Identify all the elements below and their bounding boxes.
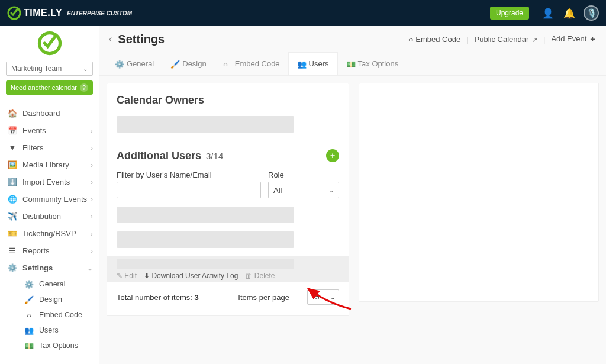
tab-design[interactable]: 🖌️Design — [162, 52, 214, 75]
calendar-selector-value: Marketing Team — [11, 65, 62, 73]
sidebar-sub-design[interactable]: 🖌️Design — [17, 292, 99, 307]
avatar[interactable]: 🎙️ — [584, 5, 599, 21]
sidebar-item-distribution[interactable]: ✈️Distribution› — [0, 208, 99, 225]
sidebar-item-label: Tax Options — [39, 342, 78, 350]
sidebar-submenu: ⚙️General 🖌️Design ‹›Embed Code 👥Users 💵… — [0, 276, 99, 353]
user-icon[interactable]: 👤 — [542, 8, 554, 19]
add-user-button[interactable]: + — [326, 149, 339, 162]
sidebar-item-label: Ticketing/RSVP — [22, 229, 76, 238]
sidebar-item-label: Embed Code — [39, 311, 82, 319]
edit-user-button[interactable]: ✎ Edit — [117, 272, 137, 280]
user-row-placeholder — [117, 207, 294, 223]
cogs-icon: ⚙️ — [25, 280, 33, 288]
sidebar-item-label: Media Library — [22, 160, 69, 169]
need-calendar-button[interactable]: Need another calendar ? — [6, 80, 93, 95]
chevron-right-icon: › — [91, 195, 93, 204]
sidebar-item-media[interactable]: 🖼️Media Library› — [0, 156, 99, 173]
sidebar-item-label: Design — [39, 295, 62, 304]
main-header: ‹ Settings ‹› Embed Code | Public Calend… — [99, 26, 606, 52]
download-icon: ⬇ — [144, 272, 150, 280]
total-items: Total number of items: 3 — [117, 293, 199, 302]
upgrade-button[interactable]: Upgrade — [490, 7, 529, 20]
plus-icon: ＋ — [589, 34, 597, 43]
chevron-right-icon: › — [91, 161, 93, 169]
sidebar-sub-users[interactable]: 👥Users — [17, 323, 99, 338]
bell-icon[interactable]: 🔔 — [563, 8, 575, 19]
need-calendar-label: Need another calendar — [11, 84, 77, 91]
sidebar-item-reports[interactable]: ☰Reports› — [0, 242, 99, 259]
tab-users[interactable]: 👥Users — [288, 52, 338, 75]
plus-icon: + — [330, 151, 335, 160]
ticket-icon: 🎫 — [8, 230, 17, 238]
chevron-right-icon: › — [91, 212, 93, 221]
user-row-placeholder — [117, 231, 294, 248]
trash-icon: 🗑 — [245, 272, 252, 280]
sidebar-item-label: Community Events — [22, 195, 87, 204]
chevron-down-icon: ⌄ — [83, 66, 88, 72]
code-icon: ‹› — [25, 311, 33, 319]
chevron-down-icon: ⌄ — [329, 187, 334, 194]
sidebar-item-settings[interactable]: ⚙️Settings⌄ — [0, 259, 99, 276]
home-icon: 🏠 — [8, 109, 17, 118]
role-select[interactable]: All ⌄ — [268, 182, 339, 198]
items-per-page-select[interactable]: 15 ⌄ — [307, 289, 339, 305]
public-calendar-link[interactable]: Public Calendar ↗ — [475, 35, 537, 44]
tab-label: General — [127, 59, 154, 68]
add-event-button[interactable]: Add Event ＋ — [551, 34, 597, 44]
filter-icon: ▼ — [8, 144, 17, 152]
calendar-selector[interactable]: Marketing Team ⌄ — [6, 62, 93, 76]
user-row-hover[interactable]: ✎ Edit ⬇ Download User Activity Log 🗑 De… — [107, 256, 349, 282]
users-icon: 👥 — [297, 60, 305, 68]
user-count: 3/14 — [206, 151, 223, 161]
sidebar-sub-tax[interactable]: 💵Tax Options — [17, 338, 99, 353]
items-per-page-value: 15 — [311, 293, 319, 301]
sidebar-item-ticketing[interactable]: 🎫Ticketing/RSVP› — [0, 225, 99, 242]
sidebar-item-dashboard[interactable]: 🏠Dashboard — [0, 105, 99, 122]
code-icon: ‹› — [223, 60, 231, 68]
sidebar-item-community[interactable]: 🌐Community Events› — [0, 191, 99, 208]
brush-icon: 🖌️ — [170, 60, 179, 68]
detail-panel — [359, 83, 599, 302]
chevron-down-icon: ⌄ — [330, 294, 335, 301]
globe-icon: 🌐 — [8, 195, 17, 204]
chevron-right-icon: › — [91, 178, 93, 186]
cogs-icon: ⚙️ — [115, 60, 123, 68]
brand-check-icon — [37, 31, 62, 56]
delete-user-button[interactable]: 🗑 Delete — [245, 272, 275, 280]
sidebar-item-events[interactable]: 📅Events› — [0, 122, 99, 139]
sidebar-logo — [0, 26, 99, 58]
sidebar-item-import[interactable]: ⬇️Import Events› — [0, 173, 99, 191]
pencil-icon: ✎ — [117, 272, 123, 280]
image-icon: 🖼️ — [8, 161, 17, 169]
calendar-icon: 📅 — [8, 127, 17, 135]
download-icon: ⬇️ — [8, 178, 17, 186]
back-button[interactable]: ‹ — [109, 34, 112, 44]
download-activity-log-button[interactable]: ⬇ Download User Activity Log — [144, 272, 238, 280]
top-bar: TIME.LY ENTERPRISE CUSTOM Upgrade 👤 🔔 🎙️ — [0, 0, 606, 26]
sidebar-item-label: Filters — [22, 143, 43, 152]
code-icon: ‹› — [408, 35, 415, 44]
owner-row-placeholder — [117, 116, 294, 133]
users-panel: Calendar Owners Additional Users 3/14 + … — [107, 83, 349, 316]
tab-tax[interactable]: 💵Tax Options — [338, 52, 407, 75]
list-icon: ☰ — [8, 247, 17, 255]
sidebar-sub-embed[interactable]: ‹›Embed Code — [17, 307, 99, 323]
role-value: All — [273, 186, 282, 195]
chevron-right-icon: › — [91, 144, 93, 152]
tab-general[interactable]: ⚙️General — [107, 52, 162, 75]
sidebar-sub-general[interactable]: ⚙️General — [17, 276, 99, 292]
help-icon: ? — [80, 83, 88, 92]
embed-code-link[interactable]: ‹› Embed Code — [408, 35, 460, 44]
filter-input[interactable] — [117, 182, 261, 198]
chevron-right-icon: › — [91, 230, 93, 238]
brand-logo[interactable]: TIME.LY ENTERPRISE CUSTOM — [7, 6, 132, 20]
filter-label: Filter by User's Name/Email — [117, 170, 261, 179]
tab-label: Users — [309, 59, 329, 68]
tabs: ⚙️General 🖌️Design ‹›Embed Code 👥Users 💵… — [99, 52, 606, 76]
sidebar-item-filters[interactable]: ▼Filters› — [0, 139, 99, 156]
brand-subtitle: ENTERPRISE CUSTOM — [67, 10, 132, 17]
sidebar-item-label: Dashboard — [22, 109, 60, 118]
chevron-right-icon: › — [91, 127, 93, 135]
sidebar-menu: 🏠Dashboard 📅Events› ▼Filters› 🖼️Media Li… — [0, 101, 99, 353]
tab-embed[interactable]: ‹›Embed Code — [215, 52, 288, 75]
